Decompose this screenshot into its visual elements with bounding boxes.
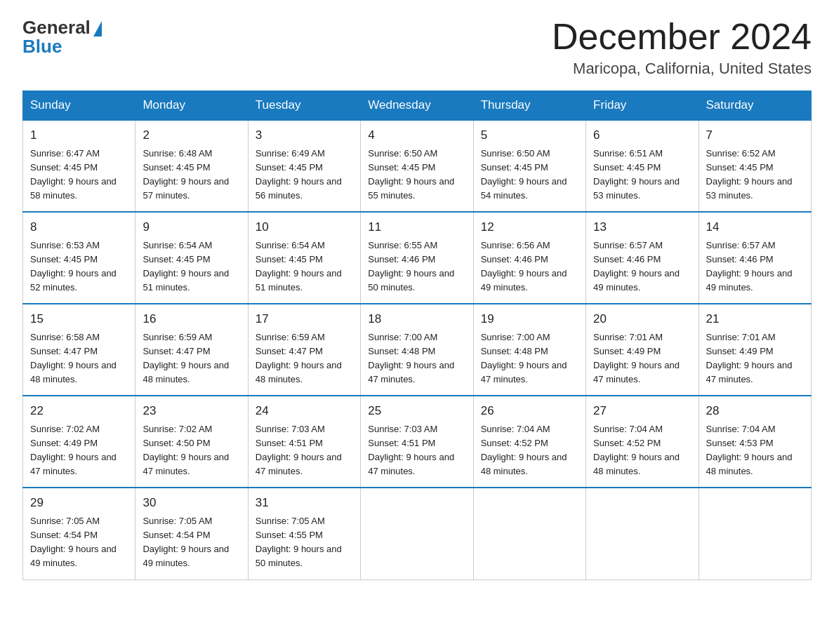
weekday-header-saturday: Saturday [699, 91, 811, 121]
calendar-cell: 1Sunrise: 6:47 AMSunset: 4:45 PMDaylight… [23, 120, 135, 212]
day-info: Sunrise: 7:00 AMSunset: 4:48 PMDaylight:… [481, 330, 578, 387]
day-info: Sunrise: 6:58 AMSunset: 4:47 PMDaylight:… [30, 330, 128, 387]
day-number: 22 [30, 402, 128, 420]
day-info: Sunrise: 7:00 AMSunset: 4:48 PMDaylight:… [368, 330, 465, 387]
calendar-cell: 19Sunrise: 7:00 AMSunset: 4:48 PMDayligh… [473, 304, 585, 396]
calendar-cell: 21Sunrise: 7:01 AMSunset: 4:49 PMDayligh… [699, 304, 811, 396]
day-number: 18 [368, 310, 465, 328]
calendar-cell: 25Sunrise: 7:03 AMSunset: 4:51 PMDayligh… [361, 396, 473, 488]
day-number: 19 [481, 310, 578, 328]
calendar-cell: 2Sunrise: 6:48 AMSunset: 4:45 PMDaylight… [135, 120, 248, 212]
calendar-cell: 14Sunrise: 6:57 AMSunset: 4:46 PMDayligh… [699, 212, 811, 304]
day-info: Sunrise: 6:57 AMSunset: 4:46 PMDaylight:… [593, 239, 691, 295]
calendar-cell: 10Sunrise: 6:54 AMSunset: 4:45 PMDayligh… [248, 212, 360, 304]
day-number: 3 [256, 126, 353, 145]
day-info: Sunrise: 6:53 AMSunset: 4:45 PMDaylight:… [30, 239, 128, 295]
day-info: Sunrise: 7:04 AMSunset: 4:52 PMDaylight:… [593, 422, 691, 479]
calendar-cell [699, 488, 811, 579]
calendar-cell: 20Sunrise: 7:01 AMSunset: 4:49 PMDayligh… [586, 304, 699, 396]
day-number: 23 [143, 402, 240, 420]
calendar-cell: 15Sunrise: 6:58 AMSunset: 4:47 PMDayligh… [23, 304, 135, 396]
calendar-cell [473, 488, 585, 579]
calendar-cell: 27Sunrise: 7:04 AMSunset: 4:52 PMDayligh… [586, 396, 699, 488]
day-info: Sunrise: 7:04 AMSunset: 4:52 PMDaylight:… [481, 422, 578, 479]
weekday-header-sunday: Sunday [23, 91, 135, 121]
calendar-cell: 4Sunrise: 6:50 AMSunset: 4:45 PMDaylight… [361, 120, 473, 212]
logo: General Blue [22, 17, 102, 58]
day-number: 10 [256, 218, 353, 236]
day-info: Sunrise: 7:04 AMSunset: 4:53 PMDaylight:… [706, 422, 804, 479]
day-info: Sunrise: 6:51 AMSunset: 4:45 PMDaylight:… [593, 147, 691, 203]
day-number: 28 [706, 402, 804, 420]
calendar-cell: 29Sunrise: 7:05 AMSunset: 4:54 PMDayligh… [23, 488, 135, 579]
calendar-cell: 22Sunrise: 7:02 AMSunset: 4:49 PMDayligh… [23, 396, 135, 488]
calendar-cell: 17Sunrise: 6:59 AMSunset: 4:47 PMDayligh… [248, 304, 360, 396]
calendar-week-3: 15Sunrise: 6:58 AMSunset: 4:47 PMDayligh… [23, 304, 812, 396]
day-info: Sunrise: 6:54 AMSunset: 4:45 PMDaylight:… [256, 239, 353, 295]
location-title: Maricopa, California, United States [552, 60, 812, 78]
calendar-week-5: 29Sunrise: 7:05 AMSunset: 4:54 PMDayligh… [23, 488, 812, 579]
day-number: 16 [143, 310, 240, 328]
day-number: 27 [593, 402, 691, 420]
day-info: Sunrise: 6:52 AMSunset: 4:45 PMDaylight:… [706, 147, 804, 203]
calendar-cell: 23Sunrise: 7:02 AMSunset: 4:50 PMDayligh… [135, 396, 248, 488]
day-number: 9 [143, 218, 240, 236]
title-block: December 2024 Maricopa, California, Unit… [552, 17, 812, 78]
day-info: Sunrise: 7:05 AMSunset: 4:54 PMDaylight:… [143, 514, 240, 571]
day-number: 13 [593, 218, 691, 236]
calendar-cell: 11Sunrise: 6:55 AMSunset: 4:46 PMDayligh… [361, 212, 473, 304]
calendar-cell [361, 488, 473, 579]
day-info: Sunrise: 6:50 AMSunset: 4:45 PMDaylight:… [368, 147, 465, 203]
calendar-cell [586, 488, 699, 579]
calendar-cell: 16Sunrise: 6:59 AMSunset: 4:47 PMDayligh… [135, 304, 248, 396]
day-number: 20 [593, 310, 691, 328]
logo-triangle-icon [93, 21, 102, 36]
day-info: Sunrise: 6:59 AMSunset: 4:47 PMDaylight:… [143, 330, 240, 387]
calendar-cell: 24Sunrise: 7:03 AMSunset: 4:51 PMDayligh… [248, 396, 360, 488]
day-number: 7 [706, 126, 804, 145]
day-info: Sunrise: 7:03 AMSunset: 4:51 PMDaylight:… [256, 422, 353, 479]
page-header: General Blue December 2024 Maricopa, Cal… [22, 17, 812, 78]
calendar-cell: 18Sunrise: 7:00 AMSunset: 4:48 PMDayligh… [361, 304, 473, 396]
calendar-cell: 12Sunrise: 6:56 AMSunset: 4:46 PMDayligh… [473, 212, 585, 304]
weekday-header-tuesday: Tuesday [248, 91, 360, 121]
calendar-cell: 30Sunrise: 7:05 AMSunset: 4:54 PMDayligh… [135, 488, 248, 579]
day-info: Sunrise: 7:01 AMSunset: 4:49 PMDaylight:… [593, 330, 691, 387]
calendar-cell: 5Sunrise: 6:50 AMSunset: 4:45 PMDaylight… [473, 120, 585, 212]
day-number: 17 [256, 310, 353, 328]
calendar-cell: 3Sunrise: 6:49 AMSunset: 4:45 PMDaylight… [248, 120, 360, 212]
day-info: Sunrise: 6:54 AMSunset: 4:45 PMDaylight:… [143, 239, 240, 295]
day-info: Sunrise: 6:55 AMSunset: 4:46 PMDaylight:… [368, 239, 465, 295]
day-number: 24 [256, 402, 353, 420]
weekday-header-wednesday: Wednesday [361, 91, 473, 121]
calendar-header-row: SundayMondayTuesdayWednesdayThursdayFrid… [23, 91, 812, 121]
calendar-cell: 9Sunrise: 6:54 AMSunset: 4:45 PMDaylight… [135, 212, 248, 304]
day-number: 8 [30, 218, 128, 236]
day-info: Sunrise: 7:03 AMSunset: 4:51 PMDaylight:… [368, 422, 465, 479]
day-info: Sunrise: 6:49 AMSunset: 4:45 PMDaylight:… [256, 147, 353, 203]
day-info: Sunrise: 7:05 AMSunset: 4:55 PMDaylight:… [256, 514, 353, 571]
day-info: Sunrise: 7:01 AMSunset: 4:49 PMDaylight:… [706, 330, 804, 387]
calendar-cell: 6Sunrise: 6:51 AMSunset: 4:45 PMDaylight… [586, 120, 699, 212]
weekday-header-thursday: Thursday [473, 91, 585, 121]
day-number: 2 [143, 126, 240, 145]
day-number: 15 [30, 310, 128, 328]
day-number: 14 [706, 218, 804, 236]
calendar-cell: 28Sunrise: 7:04 AMSunset: 4:53 PMDayligh… [699, 396, 811, 488]
day-number: 5 [481, 126, 578, 145]
day-number: 31 [256, 494, 353, 512]
month-title: December 2024 [552, 17, 812, 57]
day-number: 1 [30, 126, 128, 145]
day-info: Sunrise: 7:02 AMSunset: 4:49 PMDaylight:… [30, 422, 128, 479]
day-info: Sunrise: 6:50 AMSunset: 4:45 PMDaylight:… [481, 147, 578, 203]
day-number: 6 [593, 126, 691, 145]
day-info: Sunrise: 6:56 AMSunset: 4:46 PMDaylight:… [481, 239, 578, 295]
day-info: Sunrise: 7:02 AMSunset: 4:50 PMDaylight:… [143, 422, 240, 479]
calendar-cell: 13Sunrise: 6:57 AMSunset: 4:46 PMDayligh… [586, 212, 699, 304]
calendar-cell: 26Sunrise: 7:04 AMSunset: 4:52 PMDayligh… [473, 396, 585, 488]
day-info: Sunrise: 6:57 AMSunset: 4:46 PMDaylight:… [706, 239, 804, 295]
day-number: 4 [368, 126, 465, 145]
day-number: 30 [143, 494, 240, 512]
calendar-cell: 31Sunrise: 7:05 AMSunset: 4:55 PMDayligh… [248, 488, 360, 579]
weekday-header-friday: Friday [586, 91, 699, 121]
